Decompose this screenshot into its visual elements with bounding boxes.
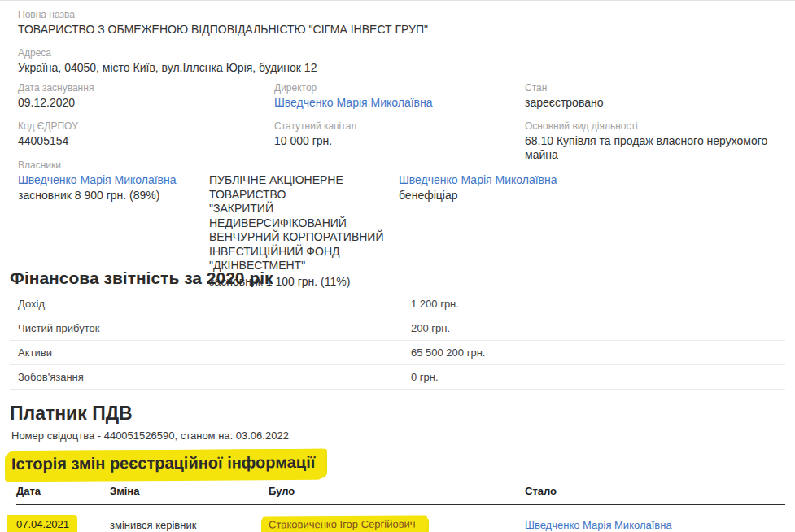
edrpou-value: 44005154 [18, 134, 274, 148]
history-date-cell: 07.04.2021 [16, 515, 110, 532]
financials-title: Фінансова звітність за 2020 рік [10, 268, 273, 289]
table-row: Активи 65 500 200 грн. [10, 341, 785, 365]
history-became-link[interactable]: Шведченко Марія Миколаївна [525, 519, 785, 531]
address-field: Адреса Україна, 04050, місто Київ, вул.І… [18, 47, 317, 75]
director-label: Директор [274, 82, 525, 94]
column-header-became: Стало [525, 485, 785, 497]
activity-value: 68.10 Купівля та продаж власного нерухом… [525, 134, 785, 162]
history-title-wrap: Історія змін реєстраційної інформації [11, 450, 325, 479]
full-name-field: Повна назва ТОВАРИСТВО З ОБМЕЖЕНОЮ ВІДПО… [18, 9, 428, 37]
full-name-value: ТОВАРИСТВО З ОБМЕЖЕНОЮ ВІДПОВІДАЛЬНІСТЮ … [18, 23, 428, 37]
fin-row-value: 0 грн. [411, 371, 439, 383]
owner-2-name: ПУБЛІЧНЕ АКЦІОНЕРНЕ ТОВАРИСТВО "ЗАКРИТИЙ… [209, 173, 391, 273]
highlighted-date: 07.04.2021 [7, 515, 77, 532]
owner-item: Шведченко Марія Миколаївна бенефіціар [399, 173, 785, 289]
fin-row-label: Зобов'язання [10, 371, 411, 383]
address-label: Адреса [18, 47, 317, 59]
info-row-2: Код ЄДРПОУ 44005154 Статутний капітал 10… [18, 120, 785, 162]
director-field: Директор Шведченко Марія Миколаївна [274, 82, 525, 110]
founded-label: Дата заснування [18, 82, 274, 94]
founded-value: 09.12.2020 [18, 96, 274, 110]
table-row: 07.04.2021 змінився керівник Стаковиченк… [16, 505, 785, 532]
owner-3-role: бенефіціар [399, 189, 785, 203]
owner-3-link[interactable]: Шведченко Марія Миколаївна [399, 173, 785, 187]
edrpou-label: Код ЄДРПОУ [18, 120, 274, 132]
history-table: Дата Зміна Було Стало 07.04.2021 змінивс… [16, 485, 785, 532]
owner-1-link[interactable]: Шведченко Марія Миколаївна [18, 173, 209, 187]
status-field: Стан зареєстровано [525, 82, 785, 110]
activity-label: Основний вид діяльності [525, 120, 785, 132]
capital-value: 10 000 грн. [274, 134, 525, 148]
history-was-cell: Стаковиченко Ігор Сергійович [269, 516, 525, 532]
fin-row-value: 65 500 200 грн. [411, 347, 485, 359]
highlight-marker: Історія змін реєстраційної інформації [7, 449, 325, 480]
fin-row-label: Дохід [10, 298, 411, 310]
history-change-cell: змінився керівник [110, 519, 269, 531]
edrpou-field: Код ЄДРПОУ 44005154 [18, 120, 274, 162]
column-header-was: Було [269, 485, 525, 497]
status-value: зареєстровано [525, 96, 785, 110]
founded-field: Дата заснування 09.12.2020 [18, 82, 274, 110]
info-row-1: Дата заснування 09.12.2020 Директор Швед… [18, 82, 785, 110]
table-row: Чистий прибуток 200 грн. [10, 316, 785, 341]
vat-title: Платник ПДВ [10, 403, 133, 424]
fin-row-label: Чистий прибуток [10, 322, 411, 334]
status-label: Стан [525, 82, 785, 94]
table-row: Зобов'язання 0 грн. [10, 365, 785, 390]
history-table-header: Дата Зміна Було Стало [16, 485, 785, 505]
owner-1-role: засновник 8 900 грн. (89%) [18, 189, 209, 203]
table-row: Дохід 1 200 грн. [10, 292, 785, 316]
vat-details: Номер свідоцтва - 440051526590, станом н… [11, 430, 289, 443]
capital-label: Статутний капітал [274, 120, 525, 132]
fin-row-value: 1 200 грн. [411, 298, 459, 310]
column-header-date: Дата [16, 485, 110, 497]
fin-row-value: 200 грн. [411, 322, 450, 334]
column-header-change: Зміна [110, 485, 269, 497]
financials-table: Дохід 1 200 грн. Чистий прибуток 200 грн… [10, 292, 785, 390]
highlighted-was-link[interactable]: Стаковиченко Ігор Сергійович [262, 515, 427, 532]
fin-row-label: Активи [10, 347, 411, 359]
history-title: Історія змін реєстраційної інформації [11, 453, 315, 473]
full-name-label: Повна назва [18, 9, 428, 20]
activity-field: Основний вид діяльності 68.10 Купівля та… [525, 120, 785, 162]
owners-label: Власники [18, 159, 785, 171]
capital-field: Статутний капітал 10 000 грн. [274, 120, 525, 162]
director-link[interactable]: Шведченко Марія Миколаївна [274, 96, 525, 110]
company-profile-page: Повна назва ТОВАРИСТВО З ОБМЕЖЕНОЮ ВІДПО… [0, 0, 795, 532]
address-value: Україна, 04050, місто Київ, вул.Іллєнка … [18, 61, 317, 75]
